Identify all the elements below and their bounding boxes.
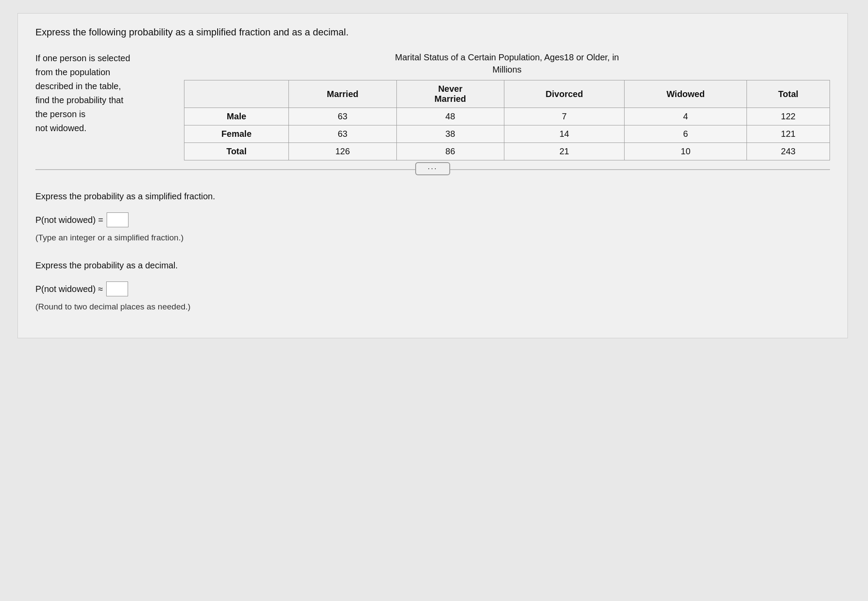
table-title-line2: Millions bbox=[493, 65, 522, 74]
cell-total-divorced: 21 bbox=[504, 143, 624, 160]
left-text-line3: described in the table, bbox=[35, 81, 121, 91]
decimal-section: Express the probability as a decimal. P(… bbox=[35, 257, 830, 314]
table-header-row: Married NeverMarried Divorced Widowed To… bbox=[184, 80, 830, 108]
marital-status-table: Married NeverMarried Divorced Widowed To… bbox=[184, 80, 830, 160]
col-header-empty bbox=[184, 80, 289, 108]
left-description: If one person is selected from the popul… bbox=[35, 51, 158, 135]
col-header-divorced: Divorced bbox=[504, 80, 624, 108]
col-header-total: Total bbox=[747, 80, 830, 108]
cell-male-never-married: 48 bbox=[396, 108, 504, 125]
cell-male-total: 122 bbox=[747, 108, 830, 125]
cell-total-widowed: 10 bbox=[625, 143, 747, 160]
row-label-female: Female bbox=[184, 125, 289, 143]
cell-female-total: 121 bbox=[747, 125, 830, 143]
left-text-line6: not widowed. bbox=[35, 123, 87, 133]
ellipsis-button[interactable]: ··· bbox=[415, 162, 450, 175]
left-text-line4: find the probability that bbox=[35, 95, 123, 105]
ellipsis-container: ··· bbox=[35, 162, 830, 175]
left-text-line5: the person is bbox=[35, 109, 86, 119]
table-title-line1: Marital Status of a Certain Population, … bbox=[395, 52, 619, 62]
fraction-section-label: Express the probability as a simplified … bbox=[35, 188, 830, 204]
cell-total-married: 126 bbox=[289, 143, 396, 160]
cell-total-total: 243 bbox=[747, 143, 830, 160]
table-row: Female 63 38 14 6 121 bbox=[184, 125, 830, 143]
col-header-widowed: Widowed bbox=[625, 80, 747, 108]
col-header-never-married: NeverMarried bbox=[396, 80, 504, 108]
cell-male-married: 63 bbox=[289, 108, 396, 125]
row-label-total: Total bbox=[184, 143, 289, 160]
fraction-input-row: P(not widowed) = bbox=[35, 212, 830, 228]
col-header-married: Married bbox=[289, 80, 396, 108]
fraction-input-label: P(not widowed) = bbox=[35, 212, 103, 228]
main-instruction: Express the following probability as a s… bbox=[35, 27, 830, 38]
cell-female-divorced: 14 bbox=[504, 125, 624, 143]
decimal-section-label: Express the probability as a decimal. bbox=[35, 257, 830, 273]
fraction-answer-input[interactable] bbox=[107, 212, 128, 227]
cell-male-divorced: 7 bbox=[504, 108, 624, 125]
left-text-line1: If one person is selected bbox=[35, 53, 130, 63]
table-title: Marital Status of a Certain Population, … bbox=[184, 51, 830, 76]
bottom-section: Express the probability as a simplified … bbox=[35, 188, 830, 314]
cell-female-widowed: 6 bbox=[625, 125, 747, 143]
cell-female-never-married: 38 bbox=[396, 125, 504, 143]
row-label-male: Male bbox=[184, 108, 289, 125]
cell-male-widowed: 4 bbox=[625, 108, 747, 125]
cell-total-never-married: 86 bbox=[396, 143, 504, 160]
separator-row: ··· bbox=[35, 169, 830, 175]
table-row: Total 126 86 21 10 243 bbox=[184, 143, 830, 160]
left-text-line2: from the population bbox=[35, 67, 110, 77]
decimal-answer-input[interactable] bbox=[106, 281, 128, 296]
cell-female-married: 63 bbox=[289, 125, 396, 143]
decimal-input-row: P(not widowed) ≈ bbox=[35, 281, 830, 297]
decimal-hint: (Round to two decimal places as needed.) bbox=[35, 299, 830, 314]
table-row: Male 63 48 7 4 122 bbox=[184, 108, 830, 125]
content-row: If one person is selected from the popul… bbox=[35, 51, 830, 160]
decimal-input-label: P(not widowed) ≈ bbox=[35, 281, 103, 297]
fraction-hint: (Type an integer or a simplified fractio… bbox=[35, 230, 830, 245]
main-container: Express the following probability as a s… bbox=[17, 13, 848, 338]
table-section: Marital Status of a Certain Population, … bbox=[184, 51, 830, 160]
